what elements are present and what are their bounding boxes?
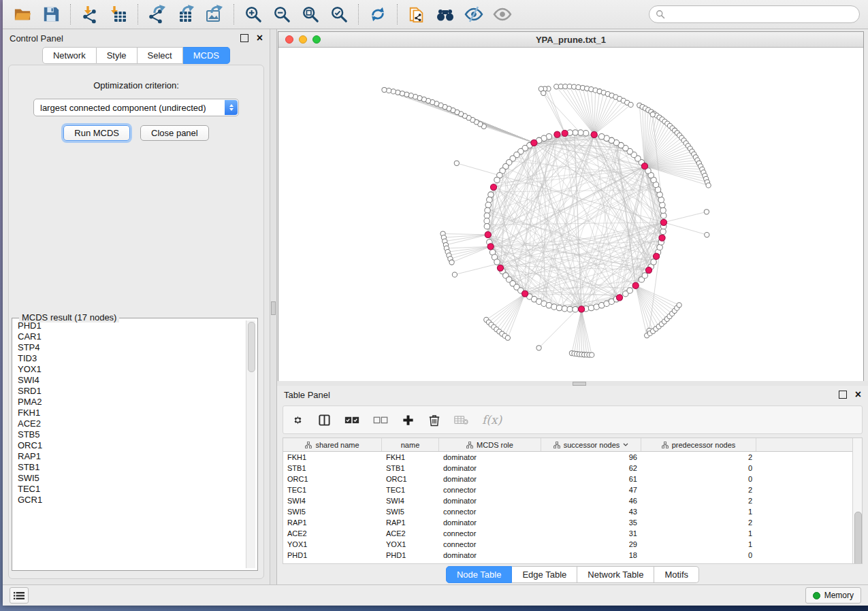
splitter-grip[interactable] (271, 301, 276, 315)
table-scrollbar[interactable] (852, 438, 862, 563)
table-cell[interactable]: ACE2 (283, 529, 382, 538)
mcds-node[interactable] (632, 282, 639, 288)
eye-icon[interactable] (492, 4, 513, 24)
refresh-layout-icon[interactable] (368, 4, 388, 24)
network-node[interactable] (551, 304, 557, 310)
table-row[interactable]: YOX1YOX1connector291 (283, 539, 862, 550)
satellite-node[interactable] (628, 102, 633, 107)
close-panel-button[interactable]: Close panel (140, 125, 209, 141)
close-icon[interactable]: × (257, 35, 263, 42)
zoom-selected-icon[interactable] (329, 4, 349, 24)
mcds-result-item[interactable]: CAR1 (14, 331, 246, 342)
network-node[interactable] (562, 306, 567, 312)
mcds-result-item[interactable]: STB5 (14, 429, 246, 440)
table-cell[interactable]: YOX1 (283, 540, 382, 548)
table-cell[interactable]: RAP1 (283, 518, 382, 527)
table-row[interactable]: ORC1ORC1dominator610 (283, 474, 862, 484)
horizontal-splitter[interactable] (277, 381, 868, 386)
satellite-node[interactable] (391, 89, 396, 94)
columns-icon[interactable] (318, 414, 331, 427)
close-icon[interactable]: × (855, 391, 861, 398)
network-node[interactable] (485, 208, 490, 213)
mcds-result-item[interactable]: STB1 (14, 462, 246, 473)
table-cell[interactable]: dominator (439, 464, 541, 472)
mcds-result-item[interactable]: TEC1 (14, 484, 246, 495)
mcds-result-item[interactable]: SWI5 (14, 473, 246, 484)
export-table-icon[interactable] (176, 4, 196, 24)
export-network-icon[interactable] (147, 4, 167, 24)
table-cell[interactable]: 1 (641, 508, 756, 516)
save-session-icon[interactable] (41, 4, 61, 24)
table-cell[interactable]: 96 (541, 453, 641, 461)
mcds-node[interactable] (554, 131, 560, 137)
close-window-icon[interactable] (285, 35, 293, 44)
mcds-result-item[interactable]: RAP1 (14, 451, 246, 462)
mcds-result-list[interactable]: PHD1CAR1STP4TID3YOX1SWI4SRD1PMA2FKH1ACE2… (14, 320, 246, 568)
table-cell[interactable]: dominator (439, 551, 541, 559)
satellite-node[interactable] (400, 91, 404, 96)
mcds-node[interactable] (645, 267, 652, 273)
network-node[interactable] (494, 259, 500, 265)
binoculars-icon[interactable] (435, 4, 455, 24)
satellite-node[interactable] (541, 90, 546, 95)
table-cell[interactable]: TEC1 (382, 486, 439, 494)
mcds-node[interactable] (487, 244, 494, 250)
network-node[interactable] (642, 273, 647, 278)
table-cell[interactable]: 35 (541, 518, 641, 527)
column-header-MCDS-role[interactable]: MCDS role (439, 438, 541, 451)
splitter-grip[interactable] (573, 382, 586, 386)
mcds-node[interactable] (485, 231, 491, 237)
select-all-checkboxes-icon[interactable] (344, 415, 359, 425)
table-cell[interactable]: SWI4 (382, 497, 439, 505)
import-network-icon[interactable] (80, 4, 100, 24)
clone-network-icon[interactable] (406, 4, 427, 24)
satellite-node[interactable] (705, 232, 709, 237)
mcds-node[interactable] (616, 295, 622, 301)
memory-button[interactable]: Memory (805, 587, 861, 604)
satellite-node[interactable] (449, 260, 454, 265)
column-header-shared-name[interactable]: shared name (283, 438, 382, 451)
table-cell[interactable]: ACE2 (382, 529, 439, 538)
table-cell[interactable]: 0 (641, 475, 756, 483)
table-cell[interactable]: ORC1 (283, 475, 382, 483)
tab-node-table[interactable]: Node Table (446, 566, 513, 583)
table-cell[interactable]: dominator (439, 475, 541, 483)
mcds-result-item[interactable]: PMA2 (14, 397, 246, 408)
float-window-icon[interactable] (839, 391, 847, 399)
eye-slash-icon[interactable] (464, 4, 484, 24)
tab-motifs[interactable]: Motifs (654, 566, 699, 583)
mcds-result-item[interactable]: ORC1 (14, 440, 246, 451)
satellite-node[interactable] (505, 335, 510, 340)
mcds-result-item[interactable]: GCR1 (14, 495, 246, 506)
network-node[interactable] (485, 202, 491, 208)
satellite-node[interactable] (650, 112, 655, 117)
mcds-node[interactable] (660, 219, 666, 225)
mcds-result-item[interactable]: PHD1 (14, 320, 246, 331)
table-cell[interactable]: dominator (439, 497, 541, 505)
mcds-list-scrollbar[interactable] (246, 320, 255, 568)
trash-icon[interactable] (428, 414, 440, 427)
mcds-node[interactable] (521, 291, 528, 297)
optimization-criterion-select[interactable]: largest connected component (undirected) (33, 99, 239, 116)
table-cell[interactable]: STB1 (283, 464, 382, 472)
minimize-window-icon[interactable] (299, 35, 307, 44)
table-cell[interactable]: connector (439, 540, 541, 548)
network-node[interactable] (484, 218, 489, 224)
table-cell[interactable]: 2 (641, 518, 756, 527)
table-row[interactable]: FKH1FKH1dominator962 (283, 452, 862, 463)
table-cell[interactable]: YOX1 (382, 540, 439, 548)
plus-icon[interactable] (402, 414, 415, 427)
network-node[interactable] (651, 259, 656, 265)
satellite-node[interactable] (452, 272, 457, 277)
table-cell[interactable]: dominator (439, 518, 541, 527)
network-node[interactable] (583, 131, 588, 136)
mcds-result-item[interactable]: STP4 (14, 342, 246, 353)
open-file-icon[interactable] (12, 4, 33, 24)
network-node[interactable] (660, 229, 666, 234)
mcds-node[interactable] (531, 139, 537, 146)
table-cell[interactable]: 1 (641, 540, 756, 548)
table-cell[interactable]: 0 (641, 551, 756, 559)
table-cell[interactable]: dominator (439, 453, 541, 461)
scrollbar-thumb[interactable] (854, 512, 862, 564)
run-mcds-button[interactable]: Run MCDS (63, 125, 130, 141)
